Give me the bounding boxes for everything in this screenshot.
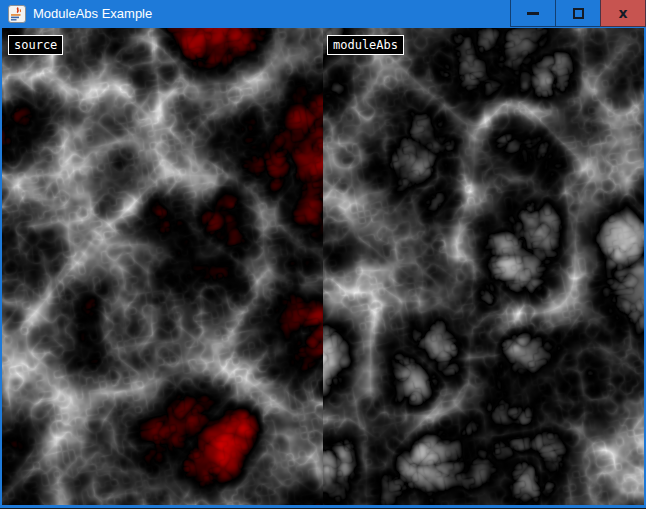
minimize-dash-icon (527, 12, 539, 15)
render-area: source moduleAbs (2, 28, 644, 505)
close-button[interactable]: x (600, 0, 646, 27)
title-bar[interactable]: ModuleAbs Example x (0, 0, 646, 28)
source-image (2, 28, 323, 505)
java-coffee-cup-icon (8, 5, 26, 23)
close-x-icon: x (618, 6, 627, 20)
moduleabs-label: moduleAbs (327, 35, 404, 55)
window-controls: x (511, 0, 646, 28)
source-label: source (8, 35, 63, 55)
app-window: ModuleAbs Example x source moduleAbs (0, 0, 646, 509)
moduleabs-image (323, 28, 644, 505)
minimize-button[interactable] (510, 0, 556, 27)
window-title: ModuleAbs Example (33, 0, 152, 28)
maximize-button[interactable] (555, 0, 601, 27)
maximize-square-icon (573, 8, 584, 19)
java-app-icon[interactable] (8, 5, 26, 23)
